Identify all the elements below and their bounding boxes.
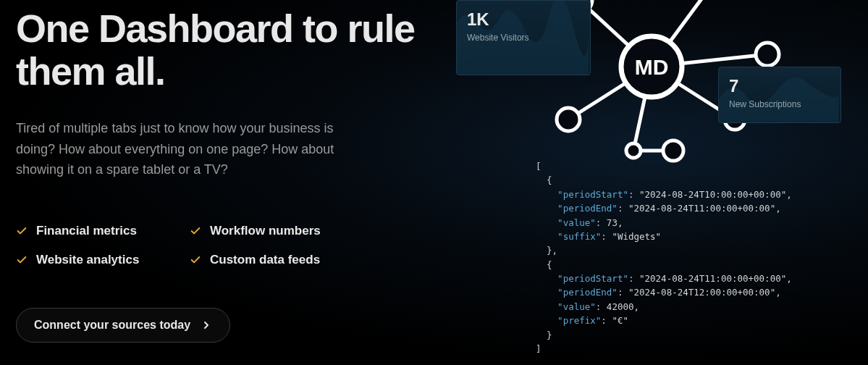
- svg-point-10: [756, 43, 779, 66]
- feature-label: Website analytics: [36, 253, 139, 267]
- cta-label: Connect your sources today: [34, 319, 190, 332]
- feature-item: Workflow numbers: [190, 224, 363, 238]
- hub-center-label: MD: [635, 55, 669, 79]
- metric-value: 1K: [467, 9, 580, 30]
- check-icon: [16, 254, 28, 266]
- check-icon: [16, 225, 28, 237]
- svg-point-13: [626, 143, 641, 158]
- metric-label: Website Visitors: [467, 33, 580, 43]
- code-sample: [ { "periodStart": "2024-08-24T10:00:00+…: [536, 159, 811, 356]
- svg-line-1: [652, 0, 717, 67]
- metric-card-subscriptions: 7 New Subscriptions: [718, 67, 841, 123]
- svg-point-7: [621, 36, 682, 97]
- metric-card-visitors: 1K Website Visitors: [456, 0, 591, 75]
- svg-line-2: [652, 54, 767, 67]
- check-icon: [190, 254, 201, 266]
- check-icon: [190, 225, 201, 237]
- connect-sources-button[interactable]: Connect your sources today: [16, 308, 230, 343]
- metric-value: 7: [729, 76, 830, 96]
- metric-label: New Subscriptions: [729, 99, 830, 109]
- svg-point-12: [557, 108, 580, 131]
- feature-label: Financial metrics: [36, 224, 137, 238]
- feature-item: Website analytics: [16, 253, 190, 267]
- feature-list: Financial metrics Workflow numbers Websi…: [16, 224, 421, 267]
- chevron-right-icon: [201, 319, 212, 331]
- feature-label: Workflow numbers: [210, 224, 321, 238]
- hero-headline: One Dashboard to rule them all.: [16, 7, 421, 93]
- feature-item: Financial metrics: [16, 224, 190, 238]
- hero-subtext: Tired of multiple tabs just to know how …: [16, 118, 356, 180]
- svg-line-5: [633, 67, 652, 151]
- feature-item: Custom data feeds: [190, 253, 363, 267]
- svg-point-14: [663, 140, 683, 161]
- feature-label: Custom data feeds: [210, 253, 320, 267]
